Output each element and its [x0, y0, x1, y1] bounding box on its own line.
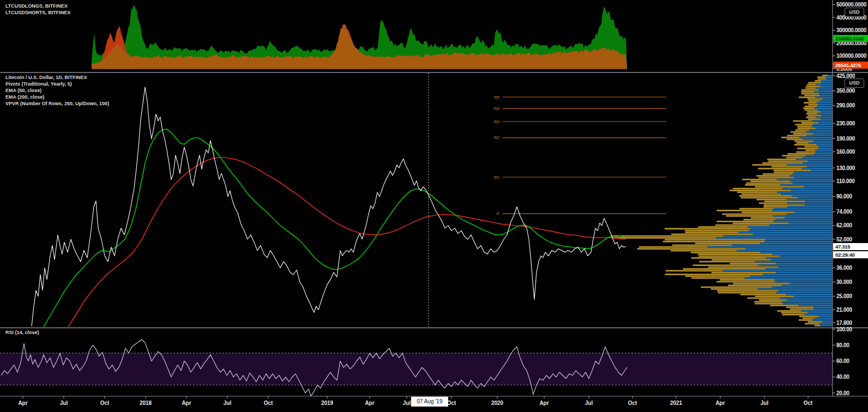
vpvr-down-bar: [733, 283, 790, 284]
vpvr-down-bar: [801, 91, 814, 93]
vpvr-down-bar: [786, 307, 814, 308]
vpvr-down-bar: [771, 166, 807, 168]
vpvr-down-bar: [755, 295, 794, 297]
vpvr-down-bar: [815, 80, 821, 82]
vpvr-up-bar: [814, 308, 833, 310]
vpvr-down-bar: [711, 288, 758, 290]
vpvr-up-bar: [787, 299, 832, 301]
legend-item[interactable]: EMA (200, close): [5, 94, 109, 100]
price-pane[interactable]: R5R4R3R2R1P: [32, 73, 832, 327]
vpvr-down-bar: [808, 118, 821, 120]
chart-canvas[interactable]: R5R4R3R2R1P: [0, 0, 868, 412]
vpvr-up-bar: [716, 237, 832, 239]
vpvr-down-bar: [805, 146, 819, 148]
vpvr-down-bar: [805, 149, 815, 151]
time-axis-label: Jul: [224, 400, 231, 406]
price-axis-label: 36.000: [836, 265, 867, 271]
vpvr-up-bar: [780, 256, 832, 257]
legend-item[interactable]: RSI (14, close): [5, 329, 39, 336]
vpvr-up-bar: [773, 215, 832, 217]
vpvr-down-bar: [666, 270, 723, 272]
vpvr-down-bar: [742, 193, 781, 195]
vpvr-up-bar: [816, 87, 832, 89]
legend-item[interactable]: LTCUSDSHORTS, BITFINEX: [5, 9, 70, 16]
vpvr-up-bar: [788, 222, 832, 224]
vpvr-up-bar: [779, 266, 832, 268]
vpvr-up-bar: [821, 325, 832, 326]
vpvr-down-bar: [795, 124, 813, 125]
legend-item[interactable]: Pivots (Traditional, Yearly, 5): [5, 81, 109, 87]
vpvr-up-bar: [794, 177, 833, 179]
vpvr-up-bar: [793, 183, 832, 184]
vpvr-up-bar: [806, 155, 832, 156]
vpvr-down-bar: [698, 253, 773, 255]
ema200-line: [68, 157, 626, 327]
vpvr-up-bar: [783, 303, 832, 305]
vpvr-down-bar: [806, 86, 821, 87]
vpvr-down-bar: [671, 234, 753, 235]
vpvr-down-bar: [796, 152, 816, 153]
vpvr-up-bar: [746, 248, 832, 250]
vpvr-up-bar: [821, 86, 832, 87]
vpvr-up-bar: [817, 113, 832, 114]
vpvr-down-bar: [787, 153, 814, 155]
vpvr-up-bar: [799, 305, 833, 306]
price-axis-label: 52.000: [836, 237, 867, 243]
vpvr-up-bar: [818, 122, 832, 124]
vpvr-down-bar: [789, 308, 813, 310]
vpvr-up-bar: [775, 281, 832, 283]
vpvr-down-bar: [809, 100, 820, 102]
vpvr-up-bar: [777, 179, 832, 180]
vpvr-up-bar: [821, 111, 833, 113]
price-axis-label: 74.000: [836, 209, 867, 215]
vpvr-down-bar: [806, 117, 816, 118]
vpvr-down-bar: [742, 211, 795, 213]
vpvr-down-bar: [691, 257, 766, 259]
vpvr-down-bar: [722, 214, 787, 215]
vpvr-up-bar: [828, 75, 833, 76]
vpvr-down-bar: [741, 197, 798, 199]
vpvr-down-bar: [754, 301, 782, 302]
vpvr-up-bar: [812, 120, 832, 122]
rsi-legend: RSI (14, close): [5, 329, 39, 336]
vpvr-down-bar: [805, 323, 819, 325]
vpvr-down-bar: [759, 299, 787, 301]
vpvr-down-bar: [809, 104, 818, 106]
pivot-label-r3: R3: [494, 119, 500, 124]
vpvr-up-bar: [819, 148, 832, 149]
legend-item[interactable]: VPVR (Number Of Rows, 250, Up/Down, 100): [5, 100, 109, 107]
vpvr-up-bar: [814, 133, 833, 135]
vpvr-up-bar: [772, 210, 832, 211]
vpvr-up-bar: [748, 226, 832, 228]
vpvr-down-bar: [759, 203, 787, 204]
vpvr-down-bar: [748, 298, 780, 299]
time-axis-label: 2018: [140, 400, 152, 406]
rsi-pane[interactable]: [0, 340, 833, 396]
vpvr-down-bar: [774, 169, 811, 171]
time-axis-label: Apr: [365, 400, 374, 406]
legend-item[interactable]: EMA (50, close): [5, 87, 109, 94]
vpvr-up-bar: [787, 164, 832, 166]
vpvr-up-bar: [815, 149, 832, 151]
vpvr-down-bar: [755, 303, 783, 305]
vpvr-down-bar: [803, 318, 815, 319]
vpvr-up-bar: [791, 190, 832, 191]
vpvr-down-bar: [730, 190, 791, 191]
top-currency-chip[interactable]: USD: [845, 8, 864, 17]
legend-item[interactable]: Litecoin / U.S. Dollar, 1D, BITFINEX: [5, 74, 109, 81]
vpvr-down-bar: [717, 290, 779, 292]
countdown-badge: 02:29:40: [833, 251, 868, 258]
vpvr-up-bar: [732, 245, 832, 246]
longs-shorts-pane[interactable]: [92, 4, 627, 69]
price-axis-label: 350.000: [836, 88, 867, 94]
vpvr-down-bar: [803, 107, 815, 109]
crosshair-date-badge: 07 Aug '19: [411, 397, 448, 407]
vpvr-up-bar: [766, 268, 833, 270]
top-axis-label: 300000.0000: [836, 27, 867, 33]
vpvr-down-bar: [764, 204, 805, 206]
main-currency-chip[interactable]: USD: [845, 78, 864, 88]
legend-item[interactable]: LTCUSDLONGS, BITFINEX: [5, 3, 70, 9]
vpvr-down-bar: [763, 206, 788, 208]
longs-shorts-legend: LTCUSDLONGS, BITFINEXLTCUSDSHORTS, BITFI…: [5, 3, 70, 16]
vpvr-down-bar: [758, 168, 801, 169]
